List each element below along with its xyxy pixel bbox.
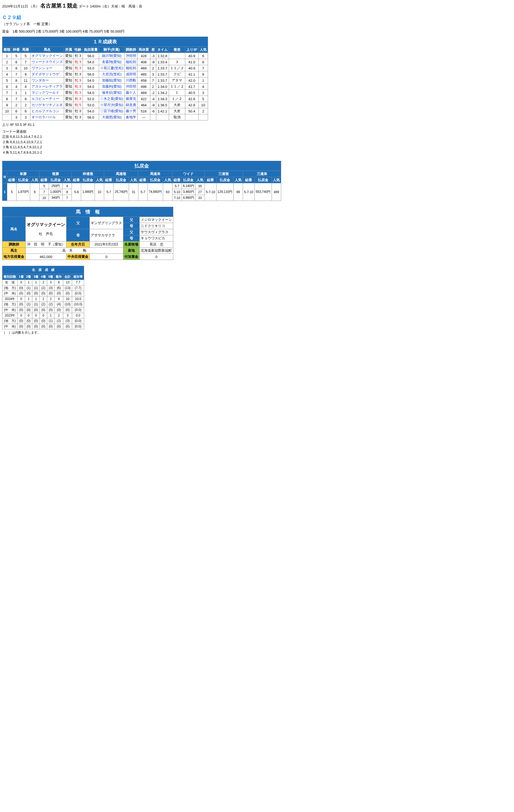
horse-link[interactable]: マジックワールド [30,90,64,96]
career-title: 生 涯 成 績 [2,266,84,274]
payout-table: 払戻金 R単勝複勝枠連複馬連複馬連単ワイド三連複三連単 組番払戻金人気組番払戻金… [2,161,281,201]
horse-link[interactable]: ヴァンショー [30,65,64,71]
horse-link[interactable]: ヒカルファルコン [30,108,64,114]
horse-name-cell: オグリマックイーン 牡 芦毛 [26,217,66,241]
results-title: １Ｒ成績表 [2,37,208,47]
results-table: １Ｒ成績表 着順枠番馬番馬名所属性齢負担重量騎手(所属)調教師馬体重差タイム着差… [2,37,208,120]
result-row: 878ルコビューティー愛知牝 352.0◇木之葵(愛知)榎屋充422-41:34… [2,96,208,102]
agari: 上り 4F 53.5 3F 41.1 [2,122,512,127]
horse-link[interactable]: アストーレティアラ [30,84,64,90]
trainer-link[interactable]: 植松則 [124,65,137,71]
race-header: 2024年11月11日 （月） 名古屋第１競走 ダート 1400m（右）天候：晴… [2,2,512,9]
jockey-link[interactable]: 加藤利(愛知) [99,84,125,90]
class-detail: （サラブレッド系 一般 定量） [2,22,512,26]
trainer-link[interactable]: 植松則 [124,59,137,65]
jockey-link[interactable]: 大畑慧(愛知) [99,114,125,120]
race-title: 名古屋第１競走 [40,3,78,8]
jockey-link[interactable]: ◇宮下瞳(愛知) [99,108,125,114]
result-row: 267ヴィーナスウインズ愛知牝 354.0友森翔(愛知)植松則408-81:33… [2,59,208,65]
lbl-name: 馬名 [2,217,26,241]
trainer-link[interactable]: 藤ケ男 [124,108,137,114]
class-name: Ｃ２９組 [2,14,512,21]
trainer-link[interactable]: 沖田明 [124,84,137,90]
trainer-link[interactable]: 榎屋充 [124,96,137,102]
horse-link[interactable]: ルコビューティー [30,96,64,102]
corners-title: コーナー通過順 [2,129,512,134]
jockey-link[interactable]: ☆望月汐(愛知) [99,102,125,108]
result-row: 644アストーレティアラ愛知牝 354.0加藤利(愛知)沖田明49621:34.… [2,84,208,90]
jockey-link[interactable]: 大原浩(笠松) [99,71,125,78]
horse-link[interactable]: オーロラパール [30,114,64,120]
result-row: 922カツゲキツチノエネ愛知牝 553.0☆望月汐(愛知)錦見勇464-91:3… [2,102,208,108]
jockey-link[interactable]: 塚本征(愛知) [99,90,125,96]
trainer-link[interactable]: 倉地学 [124,114,137,120]
trainer-link[interactable]: 錦見勇 [124,102,137,108]
horse-link[interactable]: ヴィーナスウインズ [30,59,64,65]
trainer-link[interactable]: 川西毅 [124,78,137,84]
horseinfo-table: 馬 情 報 馬名 オグリマックイーン 牡 芦毛 父 ギンザグリングラス 父 メジ… [2,207,173,260]
result-row: 1066ヒカルファルコン愛知牡 354.0◇宮下瞳(愛知)藤ケ男516-61:4… [2,108,208,114]
career-table: 生 涯 成 績 着別回数1着2着3着4着5着着外合計連対率 生 涯0112361… [2,266,84,329]
trainer-link[interactable]: 藤ケ人 [124,90,137,96]
jockey-link[interactable]: ◇木之葵(愛知) [99,96,125,102]
horseinfo-title: 馬 情 報 [2,207,173,217]
result-row: 5811ワンダホー愛知牝 354.0加藤聡(愛知)川西毅45871:33.7アタ… [2,78,208,84]
race-course: ダート 1400m（右）天候：晴 馬場：良 [79,4,142,8]
horse-link[interactable]: ワンダホー [30,78,64,84]
jockey-link[interactable]: 友森翔(愛知) [99,59,125,65]
result-row: 3810ヴァンショー愛知牝 353.0☆長江慶(笠松)植松則46921:33.7… [2,65,208,71]
trainer-link[interactable]: 沖田明 [124,53,137,59]
result-row: 33オーロラパール愛知牡 356.0大畑慧(愛知)倉地学—取消 [2,114,208,120]
jockey-link[interactable]: ☆長江慶(笠松) [99,65,125,71]
result-row: 155オグリマックイーン愛知牡 356.0細川智(愛知)沖田明428-31:32… [2,53,208,59]
result-row: 711マジックワールド愛知牝 354.0塚本征(愛知)藤ケ人469-21:34.… [2,90,208,96]
corners: コーナー通過順 正面 6,8,11,5,10,4,7,9,2,1２角 6,8,1… [2,129,512,155]
result-row: 479ダイボサツトウゲ愛知牡 356.0大原浩(笠松)成田明46531:33.7… [2,71,208,78]
jockey-link[interactable]: 加藤聡(愛知) [99,78,125,84]
horse-link[interactable]: カツゲキツチノエネ [30,102,64,108]
prize-line: 賞金 1着 500,000円 2着 175,000円 3着 100,000円 4… [2,29,512,34]
payout-title: 払戻金 [2,161,281,171]
horse-link[interactable]: オグリマックイーン [30,53,64,59]
jockey-link[interactable]: 細川智(愛知) [99,53,125,59]
horse-link[interactable]: ダイボサツトウゲ [30,71,64,78]
race-date: 2024年11月11日 （月） [2,4,39,8]
trainer-link[interactable]: 成田明 [124,71,137,78]
career-note: （ ）は内数を示します。 [2,330,512,335]
